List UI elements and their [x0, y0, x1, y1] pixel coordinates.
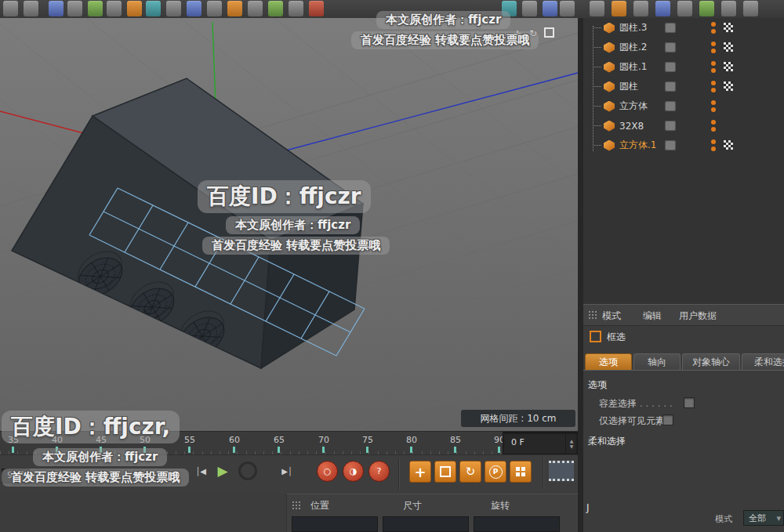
play-button[interactable]: ▶	[212, 460, 234, 482]
frame-spinner[interactable]: ▲ ▼	[565, 432, 577, 454]
goto-end-button[interactable]: ▶│	[278, 462, 296, 481]
visibility-dots[interactable]	[711, 42, 717, 54]
object-row-selected[interactable]: 立方体.1	[583, 136, 784, 155]
maximize-view-icon[interactable]	[543, 27, 555, 40]
drag-handle-icon[interactable]	[292, 501, 301, 510]
mode-dropdown[interactable]: 全部 ▾	[743, 510, 784, 526]
rotation-h-input[interactable]	[474, 516, 560, 532]
layer-tag-icon[interactable]	[665, 101, 676, 111]
toolbar-icon[interactable]	[146, 1, 161, 16]
texture-tag-icon[interactable]	[724, 62, 733, 74]
scale-tool-button[interactable]	[434, 461, 456, 483]
visible-only-checkbox[interactable]	[662, 414, 673, 425]
toolbar-icon[interactable]	[207, 1, 222, 16]
visibility-dots[interactable]	[711, 100, 717, 113]
layer-tag-icon[interactable]	[665, 140, 676, 150]
record-options-button[interactable]: ?	[368, 461, 390, 482]
texture-tag-icon[interactable]	[724, 140, 733, 152]
move-tool-button[interactable]: +	[409, 461, 431, 483]
spinner-up-icon[interactable]: ▲	[570, 438, 574, 443]
render-settings-button[interactable]	[549, 461, 574, 481]
record-keyframe-button[interactable]: ○	[317, 461, 338, 482]
toolbar-icon[interactable]	[268, 1, 283, 16]
toolbar-icon[interactable]	[289, 1, 303, 16]
autokey-button[interactable]: ◑	[343, 461, 364, 482]
tab-soft-selection[interactable]: 柔和选择	[742, 353, 784, 370]
position-x-input[interactable]	[292, 516, 378, 532]
toolbar-icon[interactable]	[3, 1, 18, 16]
menu-user-data[interactable]: 用户数据	[679, 309, 717, 323]
visibility-dots[interactable]	[711, 120, 717, 132]
toolbar-icon[interactable]	[49, 1, 64, 16]
spinner-down-icon[interactable]: ▼	[570, 443, 574, 449]
visibility-dots[interactable]	[711, 139, 717, 152]
loop-button[interactable]	[238, 461, 257, 480]
size-x-input[interactable]	[383, 516, 469, 532]
visibility-dots[interactable]	[711, 22, 717, 34]
toolbar-icon[interactable]	[677, 1, 692, 16]
layer-tag-icon[interactable]	[665, 81, 676, 92]
object-row[interactable]: 圆柱.2	[583, 38, 784, 57]
toolbar-icon[interactable]	[107, 1, 122, 16]
toolbar-icon[interactable]	[699, 1, 714, 16]
watermark-center: 百度ID：ffjczr 本文原创作者：ffjczr 首发百度经验 转载要点赞投票…	[198, 180, 390, 255]
section-soft-selection[interactable]: 柔和选择	[588, 435, 626, 448]
frame-marker	[366, 447, 368, 453]
current-frame-field[interactable]: 0 F ▲ ▼	[503, 432, 578, 454]
divider	[543, 458, 543, 490]
layer-tag-icon[interactable]	[665, 121, 676, 131]
rotate-tool-button[interactable]: ↻	[459, 461, 481, 483]
toolbar-icon[interactable]	[187, 1, 201, 16]
texture-tag-icon[interactable]	[724, 23, 733, 34]
goto-start-button[interactable]: │◀	[191, 462, 210, 481]
panel-divider[interactable]	[578, 18, 583, 532]
object-row[interactable]: 立方体	[583, 96, 784, 116]
layer-tag-icon[interactable]	[665, 23, 676, 33]
tolerance-checkbox[interactable]	[684, 397, 695, 408]
object-label[interactable]: 圆柱.3	[619, 21, 647, 34]
object-row[interactable]: 32X8	[583, 116, 784, 136]
object-row[interactable]: 圆柱.3	[583, 18, 784, 38]
tab-options[interactable]: 选项	[585, 353, 632, 370]
toolbar-icon[interactable]	[127, 1, 142, 16]
toolbar-icon[interactable]	[309, 1, 324, 16]
visibility-dots[interactable]	[711, 81, 717, 93]
toolbar-icon[interactable]	[227, 1, 242, 16]
object-label[interactable]: 圆柱.2	[619, 41, 647, 54]
toolbar-icon[interactable]	[590, 1, 604, 16]
toolbar-icon[interactable]	[560, 1, 575, 16]
drag-handle-icon[interactable]	[588, 310, 597, 320]
toolbar-icon[interactable]	[633, 1, 648, 16]
object-label[interactable]: 立方体	[619, 100, 648, 113]
object-label[interactable]: 圆柱	[619, 80, 638, 93]
object-row[interactable]: 圆柱.1	[583, 57, 784, 77]
toolbar-icon[interactable]	[24, 1, 38, 16]
layer-tag-icon[interactable]	[665, 42, 676, 52]
toolbar-icon[interactable]	[88, 1, 103, 16]
menu-mode[interactable]: 模式	[602, 309, 621, 323]
tab-object-axis[interactable]: 对象轴心	[682, 353, 740, 370]
toolbar-icon[interactable]	[743, 1, 758, 16]
toolbar-icon[interactable]	[655, 1, 670, 16]
layer-tag-icon[interactable]	[665, 62, 676, 72]
texture-tag-icon[interactable]	[724, 81, 733, 93]
section-options[interactable]: 选项	[588, 378, 607, 392]
object-row[interactable]: 圆柱	[583, 77, 784, 96]
object-label[interactable]: 圆柱.1	[619, 60, 647, 74]
coordinate-system-button[interactable]: P	[485, 461, 506, 483]
mode-dropdown-value: 全部	[749, 513, 766, 523]
texture-tag-icon[interactable]	[724, 42, 733, 54]
visibility-dots[interactable]	[711, 61, 717, 74]
object-label[interactable]: 32X8	[619, 121, 644, 132]
toolbar-icon[interactable]	[248, 1, 263, 16]
toolbar-icon[interactable]	[612, 1, 626, 16]
menu-edit[interactable]: 编辑	[643, 309, 662, 323]
toolbar-icon[interactable]	[543, 1, 557, 16]
tab-axis[interactable]: 轴向	[633, 353, 681, 370]
frame-marker	[498, 447, 500, 453]
toolbar-icon[interactable]	[67, 1, 82, 16]
toolbar-icon[interactable]	[166, 1, 181, 16]
palette-button[interactable]	[510, 461, 532, 483]
object-label[interactable]: 立方体.1	[619, 139, 656, 152]
toolbar-icon[interactable]	[721, 1, 736, 16]
